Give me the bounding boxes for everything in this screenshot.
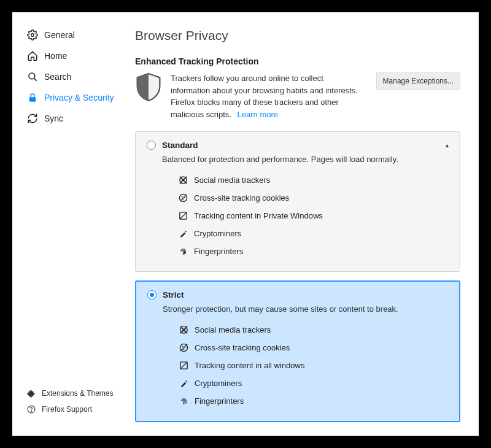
sidebar-item-privacy[interactable]: Privacy & Security bbox=[27, 87, 135, 108]
tracker-item: Fingerprinters bbox=[179, 392, 448, 410]
tracker-item: Cross-site tracking cookies bbox=[179, 189, 449, 207]
sidebar-item-label: Privacy & Security bbox=[44, 93, 114, 102]
tracker-label: Cross-site tracking cookies bbox=[194, 193, 289, 203]
page-title: Browser Privacy bbox=[135, 28, 460, 43]
svg-point-18 bbox=[184, 349, 185, 350]
sidebar-link-label: Extensions & Themes bbox=[42, 389, 114, 398]
svg-point-0 bbox=[31, 34, 34, 37]
gear-icon bbox=[27, 29, 38, 41]
radio-standard[interactable] bbox=[147, 141, 156, 150]
social-icon bbox=[179, 325, 188, 334]
cookie-icon bbox=[179, 343, 188, 352]
social-icon bbox=[179, 176, 188, 185]
tracker-item: Tracking content in Private Windows bbox=[179, 207, 449, 225]
sidebar-item-label: Sync bbox=[44, 114, 63, 123]
svg-line-2 bbox=[34, 78, 36, 80]
intro-text: Trackers follow you around online to col… bbox=[171, 72, 368, 120]
fingerprint-icon bbox=[179, 247, 188, 256]
tracker-item: Cryptominers bbox=[179, 374, 448, 392]
sidebar-bottom: Extensions & Themes Firefox Support bbox=[27, 385, 135, 423]
sidebar: General Home Search Privacy & Security bbox=[12, 12, 135, 436]
sidebar-item-general[interactable]: General bbox=[27, 25, 135, 45]
main-content: Browser Privacy Enhanced Tracking Protec… bbox=[135, 12, 479, 436]
sidebar-item-search[interactable]: Search bbox=[27, 66, 135, 87]
cryptominer-icon bbox=[179, 229, 188, 238]
sidebar-link-label: Firefox Support bbox=[42, 405, 92, 414]
tracker-item: Fingerprinters bbox=[179, 242, 449, 260]
content-icon bbox=[179, 211, 188, 220]
tracker-label: Cryptominers bbox=[195, 379, 242, 388]
tracker-item: Social media trackers bbox=[179, 171, 449, 189]
card-header: Standard ▴ bbox=[147, 141, 449, 150]
tracker-list-strict: Social media trackers Cross-site trackin… bbox=[179, 321, 448, 410]
svg-point-16 bbox=[182, 346, 184, 347]
sidebar-item-label: Search bbox=[44, 72, 71, 82]
sidebar-item-sync[interactable]: Sync bbox=[27, 108, 135, 129]
question-icon bbox=[27, 405, 36, 414]
fingerprint-icon bbox=[179, 396, 188, 406]
svg-point-10 bbox=[183, 199, 184, 200]
tracker-list-standard: Social media trackers Cross-site trackin… bbox=[179, 171, 449, 260]
sidebar-nav: General Home Search Privacy & Security bbox=[27, 25, 135, 385]
tracker-label: Tracking content in all windows bbox=[195, 361, 304, 370]
card-desc: Balanced for protection and performance.… bbox=[162, 155, 449, 164]
puzzle-icon bbox=[27, 389, 36, 398]
sidebar-item-label: Home bbox=[44, 51, 67, 61]
search-icon bbox=[27, 71, 38, 82]
sync-icon bbox=[27, 113, 38, 124]
option-card-standard[interactable]: Standard ▴ Balanced for protection and p… bbox=[135, 131, 460, 272]
svg-point-8 bbox=[182, 196, 183, 198]
learn-more-link[interactable]: Learn more bbox=[238, 110, 278, 119]
card-title: Strict bbox=[163, 290, 184, 299]
content-icon bbox=[179, 361, 188, 370]
option-card-strict[interactable]: Strict Stronger protection, but may caus… bbox=[135, 280, 460, 422]
cryptominer-icon bbox=[179, 379, 188, 388]
sidebar-link-extensions[interactable]: Extensions & Themes bbox=[27, 385, 135, 401]
tracker-item: Social media trackers bbox=[179, 321, 448, 339]
shield-icon bbox=[135, 72, 162, 102]
svg-rect-3 bbox=[29, 97, 36, 102]
manage-exceptions-button[interactable]: Manage Exceptions... bbox=[376, 72, 460, 90]
tracker-label: Cryptominers bbox=[194, 229, 241, 238]
tracker-label: Social media trackers bbox=[195, 325, 271, 334]
svg-point-5 bbox=[31, 411, 32, 411]
intro-block: Trackers follow you around online to col… bbox=[135, 72, 460, 120]
tracker-label: Fingerprinters bbox=[195, 396, 244, 406]
card-header: Strict bbox=[147, 290, 448, 299]
sidebar-item-home[interactable]: Home bbox=[27, 45, 135, 66]
card-title: Standard bbox=[162, 141, 198, 150]
svg-line-21 bbox=[180, 362, 187, 369]
home-icon bbox=[27, 50, 38, 61]
svg-line-13 bbox=[180, 212, 187, 219]
cookie-icon bbox=[179, 193, 188, 203]
tracker-label: Social media trackers bbox=[194, 176, 270, 185]
sidebar-link-support[interactable]: Firefox Support bbox=[27, 401, 135, 417]
lock-icon bbox=[27, 92, 38, 103]
sidebar-item-label: General bbox=[44, 30, 75, 40]
tracker-item: Cryptominers bbox=[179, 225, 449, 242]
card-desc: Stronger protection, but may cause some … bbox=[163, 304, 448, 314]
svg-point-1 bbox=[29, 73, 35, 79]
tracker-label: Fingerprinters bbox=[194, 247, 243, 256]
section-title: Enhanced Tracking Protection bbox=[135, 56, 460, 66]
tracker-item: Cross-site tracking cookies bbox=[179, 339, 448, 357]
chevron-up-icon[interactable]: ▴ bbox=[446, 142, 449, 149]
tracker-label: Tracking content in Private Windows bbox=[194, 211, 323, 220]
tracker-label: Cross-site tracking cookies bbox=[195, 343, 290, 352]
radio-strict[interactable] bbox=[147, 290, 157, 299]
tracker-item: Tracking content in all windows bbox=[179, 357, 448, 374]
settings-window: General Home Search Privacy & Security bbox=[12, 12, 479, 436]
